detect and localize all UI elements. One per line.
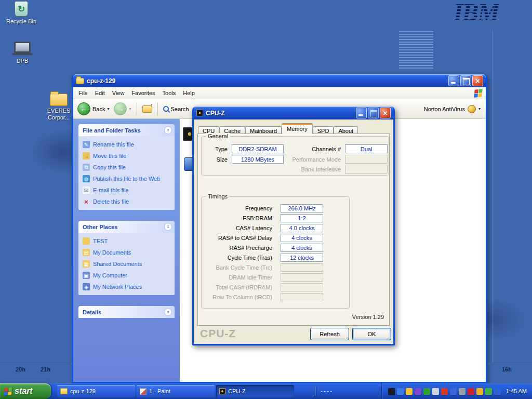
email-icon: ✉ [83,187,90,194]
tray-icon[interactable] [476,388,483,395]
tray-icon[interactable] [450,388,457,395]
task-item-delete-this-file[interactable]: ×Delete this file [83,198,170,205]
task-item-shared-documents[interactable]: ▦Shared Documents [83,260,170,268]
timings-groupbox: Timings Frequency266.0 MHzFSB:DRAM1:2CAS… [201,196,350,309]
task-item-label: Move this file [93,153,126,159]
taskbar-task-1-paint[interactable]: 1 - Paint [137,385,215,397]
task-item-label: TEST [93,238,108,244]
timing-value: 1:2 [281,214,323,222]
start-button[interactable]: start [0,383,51,399]
ibm-decoration-lines [399,31,433,70]
chevron-down-icon[interactable]: ‹‹ [164,308,172,316]
tray-icon[interactable] [415,388,421,395]
task-item-move-this-file[interactable]: →Move this file [83,152,170,159]
taskbar-task-cpu-z[interactable]: CPU-Z [216,385,294,397]
recycle-bin-icon: ↻ [15,1,28,17]
panel-title: File and Folder Tasks [83,127,141,134]
task-item-my-computer[interactable]: ▣My Computer [83,272,170,279]
menu-edit[interactable]: Edit [91,88,109,98]
desktop-icon-label: DPB [17,58,29,64]
menu-tools[interactable]: Tools [159,88,180,98]
panel-details: Details‹‹ [78,306,175,318]
taskbar-task-cpu-z-129[interactable]: cpu-z-129 [57,385,135,397]
my-documents-icon: ▤ [83,249,90,256]
tray-icon[interactable] [397,388,404,395]
task-item-label: Copy this file [93,164,126,170]
timing-row-cas-latency: CAS# Latency4.0 clocks [202,224,349,232]
cpuz-titlebar[interactable]: CPU-Z [194,107,393,119]
task-item-label: Shared Documents [93,261,142,267]
shared-documents-icon: ▦ [83,260,90,268]
windows-flag-icon [4,387,12,395]
dpb-desktop-icon[interactable]: DPB [5,42,39,64]
close-button[interactable] [472,75,483,86]
chevron-up-icon[interactable]: ‹‹ [164,126,172,134]
panel-header-file-and-folder-tasks[interactable]: File and Folder Tasks‹‹ [78,124,175,136]
task-pane: File and Folder Tasks‹‹✎Rename this file… [73,119,180,382]
task-item-copy-this-file[interactable]: ⧉Copy this file [83,164,170,171]
folder-icon [83,237,90,245]
tray-icon[interactable] [468,388,474,395]
task-item-my-network-places[interactable]: ◈My Network Places [83,283,170,290]
menu-favorites[interactable]: Favorites [128,88,158,98]
timing-row-ras-precharge: RAS# Precharge4 clocks [202,244,349,252]
task-item-label: E-mail this file [93,187,128,193]
timing-label: DRAM Idle Timer [202,274,281,281]
tab-strip: CPUCacheMainboardMemorySPDAbout [198,123,358,134]
performance-mode-label: Performance Mode [278,156,341,163]
refresh-button[interactable]: Refresh [310,328,349,340]
panel-header-other-places[interactable]: Other Places‹‹ [78,221,175,233]
panel-header-details[interactable]: Details‹‹ [78,306,175,318]
timing-row-cycle-time-tras: Cycle Time (Tras)12 clocks [202,254,349,262]
forward-button[interactable]: → ▾ [113,101,132,116]
menu-file[interactable]: File [75,88,91,98]
size-value: 1280 MBytes [232,155,284,164]
maximize-button[interactable] [460,75,471,86]
tray-icon[interactable] [494,388,501,395]
task-item-my-documents[interactable]: ▤My Documents [83,249,170,256]
taskbar-deskband[interactable]: ---- [315,387,333,396]
tray-icon[interactable] [388,388,395,395]
tray-icon[interactable] [432,388,439,395]
explorer-titlebar[interactable]: cpu-z-129 [73,74,486,87]
menu-view[interactable]: View [109,88,128,98]
timing-label: CAS# Latency [202,225,281,231]
windows-logo-icon [474,89,483,98]
tray-icon[interactable] [459,388,466,395]
copy-file-icon: ⧉ [83,164,90,171]
up-button[interactable] [141,104,153,114]
chevron-up-icon[interactable]: ‹‹ [164,223,172,231]
deskband-handle-icon[interactable] [315,387,316,396]
desktop-icon-label: EVERES Corpor... [44,108,74,121]
timing-value: 4 clocks [281,234,323,242]
close-button[interactable] [380,108,391,118]
task-item-test[interactable]: TEST [83,237,170,245]
minimize-button[interactable] [356,108,367,118]
task-item-publish-this-file-to-the-web[interactable]: ◍Publish this file to the Web [83,175,170,182]
timing-rows: Frequency266.0 MHzFSB:DRAM1:2CAS# Latenc… [202,204,349,301]
taskbar: start cpu-z-1291 - PaintCPU-Z ---- 1:45 … [0,383,532,399]
maximize-button[interactable] [368,108,379,118]
task-item-label: Rename this file [93,141,134,148]
everes-folder-desktop-icon[interactable]: EVERES Corpor... [44,90,74,121]
tray-icon[interactable] [441,388,448,395]
timing-label: Total CAS# (tRDRAM) [202,284,281,290]
timing-label: Frequency [202,205,281,211]
ok-button[interactable]: OK [352,328,391,340]
menu-help[interactable]: Help [179,88,198,98]
tray-icon[interactable] [423,388,430,395]
tray-icon[interactable] [406,388,413,395]
cpuz-icon [219,388,225,394]
chevron-down-icon: ▾ [107,107,109,111]
recycle-bin-desktop-icon[interactable]: ↻ Recycle Bin [4,1,38,25]
norton-antivirus-menu[interactable]: Norton AntiVirus ▾ [424,105,483,113]
task-item-e-mail-this-file[interactable]: ✉E-mail this file [83,187,170,194]
search-button[interactable]: Search [162,105,190,113]
menu-bar: FileEditViewFavoritesToolsHelp [73,87,486,99]
timing-label: RAS# to CAS# Delay [202,235,281,241]
back-button[interactable]: ← Back ▾ [76,101,110,116]
minimize-button[interactable] [448,75,459,86]
tray-icon[interactable] [485,388,492,395]
task-item-rename-this-file[interactable]: ✎Rename this file [83,141,170,148]
tab-memory[interactable]: Memory [282,123,313,134]
